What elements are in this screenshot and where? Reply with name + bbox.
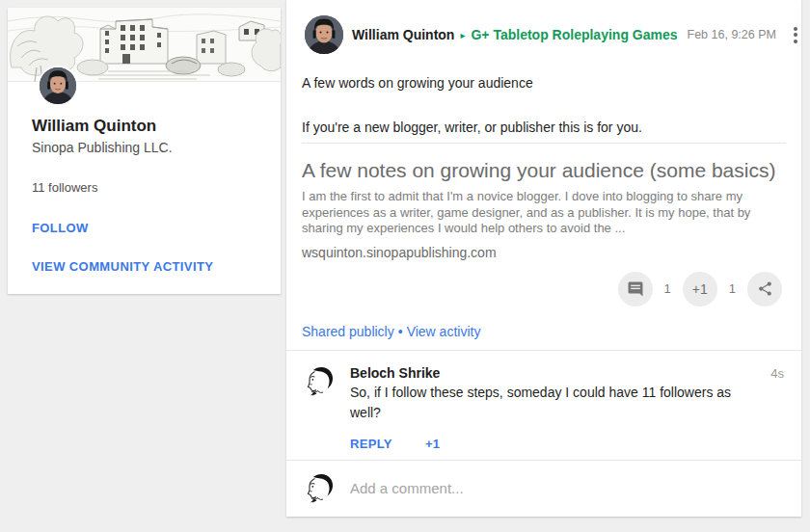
william-quinton-portrait (40, 67, 76, 104)
view-community-activity-link[interactable]: VIEW COMMUNITY ACTIVITY (32, 259, 256, 274)
profile-name: William Quinton (32, 117, 256, 136)
add-comment-input[interactable] (350, 480, 801, 496)
profile-subtitle: Sinopa Publishing LLC. (32, 140, 256, 155)
beloch-shrike-sketch-portrait (305, 365, 337, 397)
comment-timestamp: 4s (770, 366, 786, 381)
post-header: William Quinton ▸ G+ Tabletop Roleplayin… (286, 0, 801, 54)
profile-avatar[interactable] (38, 66, 78, 106)
profile-card: William Quinton Sinopa Publishing LLC. 1… (8, 8, 281, 294)
plus-one-button[interactable]: +1 (683, 272, 717, 306)
plus-one-icon: +1 (692, 281, 708, 297)
more-options-button[interactable] (784, 23, 801, 46)
divider (302, 143, 786, 144)
link-preview-description: I am the first to admit that I'm a novic… (302, 189, 790, 237)
beloch-shrike-sketch-portrait (305, 472, 337, 504)
post-body-line2: If you're a new blogger, writer, or publ… (286, 120, 801, 136)
community-link[interactable]: G+ Tabletop Roleplaying Games (471, 27, 677, 42)
comment-actions: REPLY +1 (350, 435, 786, 452)
shared-publicly-link[interactable]: Shared publicly (302, 324, 394, 339)
add-comment-row (286, 461, 801, 516)
chevron-right-icon: ▸ (460, 30, 465, 40)
view-activity-link[interactable]: View activity (407, 324, 481, 339)
follow-button[interactable]: FOLLOW (32, 221, 256, 235)
post-timestamp: Feb 16, 9:26 PM (678, 28, 776, 41)
dot-separator: • (398, 324, 403, 339)
link-preview[interactable]: A few notes on growing your audience (so… (286, 157, 801, 260)
william-quinton-portrait (305, 15, 343, 54)
comment-icon (627, 280, 644, 298)
comment-count[interactable]: 1 (664, 281, 671, 296)
comment-author-name[interactable]: Beloch Shrike (350, 365, 440, 381)
comment-button[interactable] (618, 272, 653, 306)
author-line: William Quinton ▸ G+ Tabletop Roleplayin… (352, 23, 790, 46)
post-author-name[interactable]: William Quinton (352, 27, 454, 42)
comment-body: Beloch Shrike 4s So, if I follow these s… (350, 365, 786, 460)
comment-plus-one-button[interactable]: +1 (425, 437, 440, 451)
reply-button[interactable]: REPLY (350, 437, 392, 451)
plus-one-count[interactable]: 1 (729, 281, 736, 296)
post-body-line1: A few words on growing your audience (286, 75, 801, 92)
post-author-avatar[interactable] (305, 15, 343, 54)
more-options-icon (794, 27, 797, 31)
composer-avatar[interactable] (305, 472, 337, 504)
share-icon (757, 280, 773, 297)
share-status-row: Shared publicly•View activity (286, 324, 801, 350)
comment-top-row: Beloch Shrike 4s (350, 365, 786, 381)
link-preview-url[interactable]: wsquinton.sinopapublishing.com (302, 245, 786, 260)
link-preview-title[interactable]: A few notes on growing your audience (so… (302, 157, 786, 184)
comment-author-avatar[interactable] (305, 365, 337, 397)
post-action-bar: 1 +1 1 (286, 272, 801, 306)
share-button[interactable] (747, 272, 782, 306)
comment-text: So, if I follow these steps, someday I c… (350, 383, 743, 423)
post-card: William Quinton ▸ G+ Tabletop Roleplayin… (286, 0, 801, 517)
follower-count: 11 followers (32, 180, 256, 195)
comment-item: Beloch Shrike 4s So, if I follow these s… (286, 351, 801, 460)
